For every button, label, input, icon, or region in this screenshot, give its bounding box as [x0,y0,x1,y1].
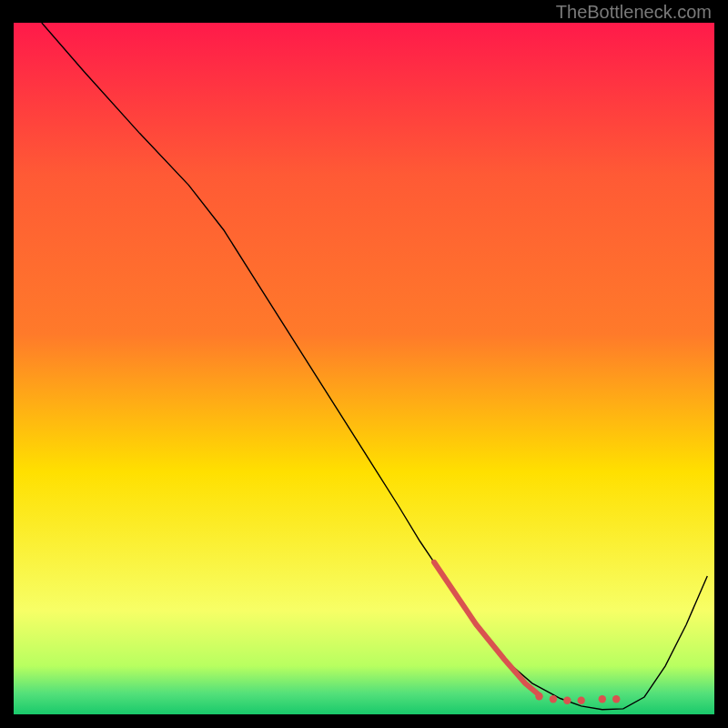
highlight-dot [599,695,606,703]
watermark-text: TheBottleneck.com [556,2,712,23]
highlight-dot [578,697,585,704]
highlight-dot [550,695,557,703]
highlight-dot [535,693,542,700]
chart-plot-area [14,23,714,714]
chart-svg [14,23,714,714]
highlight-dot [612,695,620,703]
highlight-dot [563,697,571,704]
chart-background [14,23,714,714]
